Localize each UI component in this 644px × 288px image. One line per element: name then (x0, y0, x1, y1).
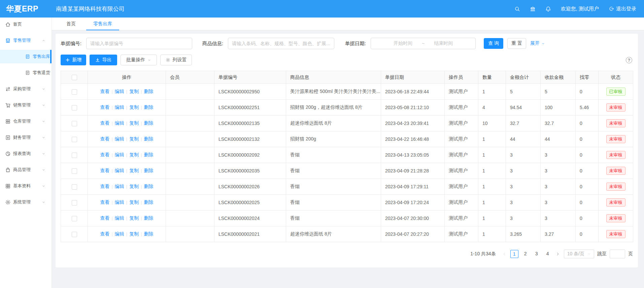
sidebar-item-goods-management[interactable]: 商品管理 (0, 163, 52, 177)
sidebar-item-finance-management[interactable]: 财务管理 (0, 131, 52, 144)
jump-to-input[interactable] (610, 250, 625, 258)
action-edit-link[interactable]: 编辑 (115, 136, 124, 141)
notification-bell-icon[interactable] (545, 6, 551, 12)
sidebar-item-warehouse-management[interactable]: 仓库管理 (0, 115, 52, 128)
action-view-link[interactable]: 查看 (100, 231, 109, 236)
action-edit-link[interactable]: 编辑 (115, 104, 124, 110)
sidebar-item-sales-management[interactable]: 销售管理 (0, 98, 52, 112)
action-copy-link[interactable]: 复制 (129, 136, 139, 141)
action-edit-link[interactable]: 编辑 (115, 184, 124, 189)
select-all-header-cell (61, 71, 88, 84)
action-copy-link[interactable]: 复制 (129, 215, 139, 221)
chevron-down-icon (147, 58, 151, 62)
page-size-select[interactable]: 10 条/页 (564, 250, 594, 258)
reset-button[interactable]: 重 置 (507, 38, 526, 49)
action-view-link[interactable]: 查看 (100, 136, 109, 141)
tab-home[interactable]: 首页 (59, 18, 83, 30)
sidebar-item-system-management[interactable]: 系统管理 (0, 195, 52, 209)
action-copy-link[interactable]: 复制 (129, 168, 139, 173)
action-separator: | (111, 168, 112, 173)
logout-button[interactable]: 退出登录 (609, 6, 636, 12)
sidebar-item-basic-data[interactable]: 基本资料 (0, 179, 52, 193)
pagination-prev-button[interactable] (501, 250, 507, 258)
order-no-input[interactable] (86, 38, 192, 49)
action-view-link[interactable]: 查看 (100, 104, 109, 110)
action-edit-link[interactable]: 编辑 (115, 152, 124, 157)
action-copy-link[interactable]: 复制 (129, 120, 139, 126)
action-view-link[interactable]: 查看 (100, 215, 109, 221)
action-edit-link[interactable]: 编辑 (115, 231, 124, 236)
action-delete-link[interactable]: 删除 (144, 120, 154, 126)
sidebar-item-retail-management[interactable]: 零售管理 (0, 34, 52, 47)
action-delete-link[interactable]: 删除 (144, 231, 154, 236)
expand-link[interactable]: 展开 (530, 40, 545, 46)
action-view-link[interactable]: 查看 (100, 168, 109, 173)
sidebar-item-retail-return[interactable]: 零售退货 (0, 66, 52, 79)
row-checkbox[interactable] (72, 168, 77, 174)
row-actions-cell: 查看|编辑|复制|删除 (88, 131, 166, 147)
action-edit-link[interactable]: 编辑 (115, 215, 124, 221)
tab-retail-outbound[interactable]: 零售出库 (86, 18, 119, 30)
action-delete-link[interactable]: 删除 (144, 199, 154, 205)
row-checkbox[interactable] (72, 232, 77, 237)
action-delete-link[interactable]: 删除 (144, 89, 154, 94)
row-checkbox[interactable] (72, 153, 77, 158)
search-icon[interactable] (514, 6, 520, 12)
date-range-picker[interactable]: 开始时间 ~ 结束时间 (371, 38, 476, 49)
action-view-link[interactable]: 查看 (100, 89, 109, 94)
product-info-input[interactable] (228, 38, 334, 49)
search-button[interactable]: 查 询 (484, 38, 503, 49)
action-delete-link[interactable]: 删除 (144, 184, 154, 189)
action-edit-link[interactable]: 编辑 (115, 120, 124, 126)
file-icon (25, 70, 30, 75)
platform-icon[interactable] (530, 6, 536, 12)
action-copy-link[interactable]: 复制 (129, 184, 139, 189)
pagination-next-button[interactable] (555, 250, 561, 258)
sidebar-item-label: 销售管理 (13, 102, 31, 108)
batch-operation-button[interactable]: 批量操作 (121, 55, 157, 65)
cell-order-no: LSCK00000002026 (214, 179, 286, 195)
action-edit-link[interactable]: 编辑 (115, 168, 124, 173)
action-copy-link[interactable]: 复制 (129, 231, 139, 236)
row-checkbox[interactable] (72, 137, 77, 142)
sidebar-item-purchase-management[interactable]: 采购管理 (0, 82, 52, 96)
action-edit-link[interactable]: 编辑 (115, 199, 124, 205)
cell-change: 0 (576, 195, 599, 211)
action-view-link[interactable]: 查看 (100, 184, 109, 189)
row-checkbox[interactable] (72, 89, 77, 95)
cell-order-no: LSCK00000002092 (214, 147, 286, 163)
export-button[interactable]: 导出 (90, 55, 117, 65)
cell-product: 超迷你维达面纸 8片 (286, 226, 381, 242)
select-all-checkbox[interactable] (72, 75, 77, 80)
cell-order-no: LSCK00000002950 (214, 84, 286, 100)
action-delete-link[interactable]: 删除 (144, 215, 154, 221)
sidebar-item-home[interactable]: 首页 (0, 18, 52, 31)
pagination-page-1[interactable]: 1 (510, 250, 518, 258)
row-checkbox[interactable] (72, 184, 77, 190)
sidebar-item-report-query[interactable]: 报表查询 (0, 147, 52, 160)
pagination-page-3[interactable]: 3 (533, 250, 541, 258)
sidebar-item-retail-outbound[interactable]: 零售出库 (0, 50, 52, 63)
action-separator: | (126, 200, 127, 205)
row-checkbox[interactable] (72, 105, 77, 110)
row-checkbox[interactable] (72, 200, 77, 205)
row-checkbox[interactable] (72, 216, 77, 221)
action-view-link[interactable]: 查看 (100, 199, 109, 205)
action-delete-link[interactable]: 删除 (144, 168, 154, 173)
action-copy-link[interactable]: 复制 (129, 152, 139, 157)
action-copy-link[interactable]: 复制 (129, 89, 139, 94)
action-delete-link[interactable]: 删除 (144, 104, 154, 110)
action-view-link[interactable]: 查看 (100, 120, 109, 126)
action-copy-link[interactable]: 复制 (129, 199, 139, 205)
action-copy-link[interactable]: 复制 (129, 104, 139, 110)
action-edit-link[interactable]: 编辑 (115, 89, 124, 94)
action-view-link[interactable]: 查看 (100, 152, 109, 157)
pagination-page-2[interactable]: 2 (521, 250, 530, 258)
help-icon[interactable]: ? (626, 57, 632, 63)
row-checkbox[interactable] (72, 121, 77, 126)
pagination-page-4[interactable]: 4 (544, 250, 552, 258)
action-delete-link[interactable]: 删除 (144, 152, 154, 157)
action-delete-link[interactable]: 删除 (144, 136, 154, 141)
add-button[interactable]: 新增 (61, 55, 86, 65)
column-setting-button[interactable]: 列设置 (160, 55, 192, 65)
